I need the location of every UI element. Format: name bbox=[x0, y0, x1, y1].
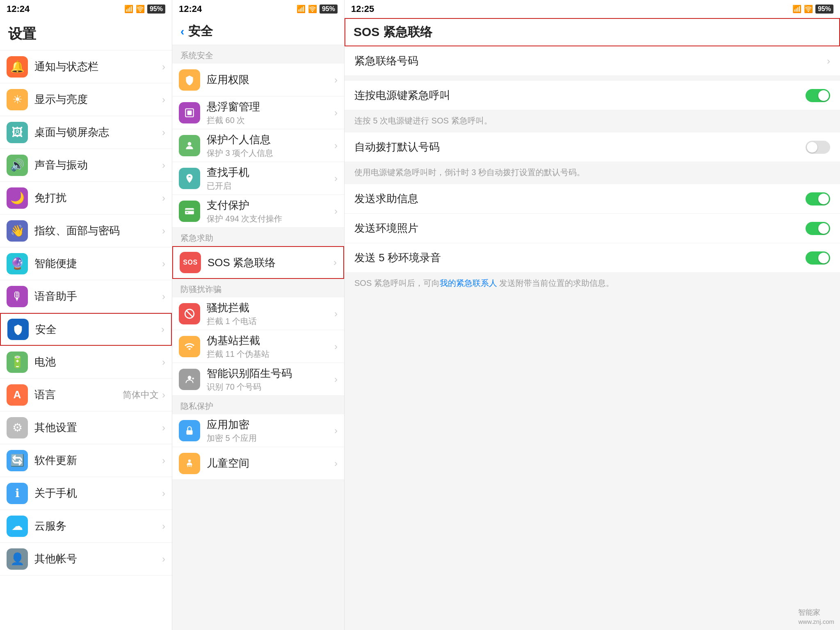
signal-icon-1: 📶 bbox=[124, 5, 133, 14]
settings-list: 🔔通知与状态栏›☀显示与亮度›🖼桌面与锁屏杂志›🔊声音与振动›🌙免打扰›👋指纹、… bbox=[0, 50, 172, 630]
sos-link-desc-send-desc: SOS 紧急呼叫后，可向我的紧急联系人 发送附带当前位置的求助信息。 bbox=[345, 273, 840, 295]
security-item-pay-protect[interactable]: 支付保护保护 494 次支付操作› bbox=[172, 195, 344, 228]
language-icon: A bbox=[7, 384, 28, 406]
update-label: 软件更新 bbox=[34, 453, 162, 468]
security-item-protect-info[interactable]: 保护个人信息保护 3 项个人信息› bbox=[172, 129, 344, 162]
send-photo-toggle[interactable] bbox=[806, 222, 830, 235]
sos-link-text[interactable]: 我的紧急联系人 bbox=[440, 278, 497, 288]
svg-point-2 bbox=[188, 142, 192, 146]
security-item-stranger[interactable]: 智能识别陌生号码识别 70 个号码› bbox=[172, 363, 344, 396]
settings-item-update[interactable]: 🔄软件更新› bbox=[0, 444, 172, 477]
float-win-sec-label: 悬浮窗管理 bbox=[207, 100, 334, 114]
security-item-app-encrypt[interactable]: 应用加密加密 5 个应用› bbox=[172, 414, 344, 447]
find-phone-chevron: › bbox=[334, 173, 338, 184]
settings-item-smart[interactable]: 🔮智能便捷› bbox=[0, 247, 172, 280]
app-encrypt-icon bbox=[179, 420, 200, 441]
power-sos-toggle[interactable] bbox=[806, 89, 830, 102]
svg-rect-1 bbox=[187, 110, 192, 115]
send-audio-toggle[interactable] bbox=[806, 251, 830, 265]
settings-item-account[interactable]: 👤其他帐号› bbox=[0, 543, 172, 575]
auto-dial-toggle-thumb bbox=[807, 142, 817, 153]
account-icon: 👤 bbox=[7, 548, 28, 570]
wifi-icon-1: 🛜 bbox=[136, 5, 145, 14]
time-1: 12:24 bbox=[7, 4, 30, 14]
smart-label: 智能便捷 bbox=[34, 256, 162, 271]
send-help-toggle[interactable] bbox=[806, 192, 830, 205]
sos-toggle-power-sos: 连按电源键紧急呼叫 bbox=[345, 81, 840, 110]
notification-label: 通知与状态栏 bbox=[34, 59, 162, 74]
smart-chevron: › bbox=[162, 258, 165, 269]
svg-rect-12 bbox=[186, 430, 192, 434]
settings-item-notification[interactable]: 🔔通知与状态栏› bbox=[0, 50, 172, 83]
notification-chevron: › bbox=[162, 61, 165, 73]
settings-item-battery[interactable]: 🔋电池› bbox=[0, 346, 172, 379]
section-label-隐私保护: 隐私保护 bbox=[172, 396, 344, 414]
fake-station-chevron: › bbox=[334, 341, 338, 352]
settings-title: 设置 bbox=[0, 18, 172, 50]
protect-info-icon bbox=[179, 135, 200, 156]
security-header: ‹ 安全 bbox=[172, 18, 344, 45]
kids-space-sec-label: 儿童空间 bbox=[207, 456, 334, 470]
voice-chevron: › bbox=[162, 291, 165, 302]
language-label: 语言 bbox=[34, 388, 123, 402]
battery-2: 95% bbox=[320, 5, 338, 14]
other-chevron: › bbox=[162, 422, 165, 434]
settings-item-about[interactable]: ℹ关于手机› bbox=[0, 477, 172, 510]
security-item-app-perm[interactable]: 应用权限› bbox=[172, 64, 344, 96]
sos-item-emergency-contact[interactable]: 紧急联络号码› bbox=[345, 46, 840, 76]
security-item-find-phone[interactable]: 查找手机已开启› bbox=[172, 162, 344, 195]
send-audio-toggle-thumb bbox=[818, 253, 829, 263]
float-win-chevron: › bbox=[334, 107, 338, 119]
sos-sec-label: SOS 紧急联络 bbox=[208, 256, 333, 270]
battery-1: 95% bbox=[147, 5, 165, 14]
find-phone-sec-label: 查找手机 bbox=[207, 165, 334, 180]
svg-rect-6 bbox=[186, 212, 188, 213]
display-chevron: › bbox=[162, 94, 165, 105]
emergency-contact-chevron: › bbox=[827, 55, 830, 67]
settings-item-sound[interactable]: 🔊声音与振动› bbox=[0, 149, 172, 182]
protect-info-sec-label: 保护个人信息 bbox=[207, 132, 334, 147]
send-photo-toggle-thumb bbox=[818, 223, 829, 234]
settings-item-other[interactable]: ⚙其他设置› bbox=[0, 411, 172, 444]
dnd-chevron: › bbox=[162, 192, 165, 204]
settings-item-security[interactable]: 安全› bbox=[0, 313, 172, 346]
settings-item-cloud[interactable]: ☁云服务› bbox=[0, 510, 172, 543]
float-win-sec-sublabel: 拦截 60 次 bbox=[207, 115, 334, 126]
update-chevron: › bbox=[162, 455, 165, 466]
intercept-sec-sublabel: 拦截 1 个电话 bbox=[207, 316, 334, 327]
back-arrow-2[interactable]: ‹ bbox=[180, 25, 184, 38]
kids-space-chevron: › bbox=[334, 458, 338, 469]
settings-item-biometric[interactable]: 👋指纹、面部与密码› bbox=[0, 215, 172, 247]
security-item-float-win[interactable]: 悬浮窗管理拦截 60 次› bbox=[172, 96, 344, 129]
wifi-icon-2: 🛜 bbox=[308, 5, 317, 14]
pay-protect-sec-sublabel: 保护 494 次支付操作 bbox=[207, 213, 334, 224]
sound-label: 声音与振动 bbox=[34, 158, 162, 172]
battery-chevron: › bbox=[162, 356, 165, 368]
security-item-fake-station[interactable]: 伪基站拦截拦截 11 个伪基站› bbox=[172, 330, 344, 363]
other-icon: ⚙ bbox=[7, 417, 28, 438]
status-icons-1: 📶 🛜 95% bbox=[124, 5, 165, 14]
settings-item-display[interactable]: ☀显示与亮度› bbox=[0, 83, 172, 116]
desktop-icon: 🖼 bbox=[7, 122, 28, 143]
dnd-icon: 🌙 bbox=[7, 187, 28, 209]
settings-item-language[interactable]: A语言简体中文› bbox=[0, 379, 172, 411]
settings-item-voice[interactable]: 🎙语音助手› bbox=[0, 280, 172, 313]
biometric-label: 指纹、面部与密码 bbox=[34, 224, 162, 238]
status-bar-1: 12:24 📶 🛜 95% bbox=[0, 0, 172, 18]
stranger-sec-label: 智能识别陌生号码 bbox=[207, 366, 334, 381]
security-item-intercept[interactable]: 骚扰拦截拦截 1 个电话› bbox=[172, 297, 344, 330]
auto-dial-toggle[interactable] bbox=[806, 141, 830, 154]
battery-icon: 🔋 bbox=[7, 352, 28, 373]
protect-info-chevron: › bbox=[334, 140, 338, 151]
security-item-sos[interactable]: SOSSOS 紧急联络› bbox=[172, 246, 344, 279]
settings-item-dnd[interactable]: 🌙免打扰› bbox=[0, 182, 172, 215]
settings-item-desktop[interactable]: 🖼桌面与锁屏杂志› bbox=[0, 116, 172, 149]
sos-icon: SOS bbox=[180, 252, 201, 273]
security-item-kids-space[interactable]: 儿童空间› bbox=[172, 447, 344, 480]
sos-panel: 12:25 📶 🛜 95% SOS 紧急联络 紧急联络号码›连按电源键紧急呼叫连… bbox=[345, 0, 840, 630]
find-phone-icon bbox=[179, 168, 200, 189]
send-help-toggle-label: 发送求助信息 bbox=[354, 192, 418, 205]
pay-protect-icon bbox=[179, 201, 200, 222]
fake-station-sec-label: 伪基站拦截 bbox=[207, 333, 334, 348]
wifi-icon-3: 🛜 bbox=[804, 5, 813, 14]
